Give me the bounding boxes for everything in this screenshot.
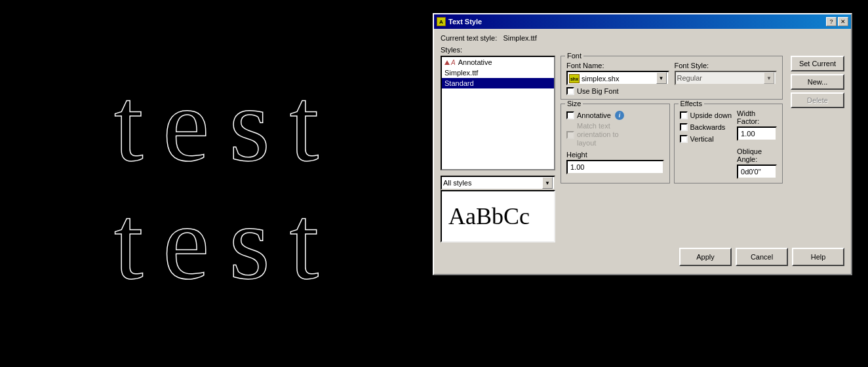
font-name-row: shx simplex.shx	[569, 74, 619, 83]
style-item-label: Simplex.ttf	[444, 69, 478, 77]
match-orientation-checkbox[interactable]	[566, 131, 574, 139]
use-big-font-checkbox[interactable]	[566, 87, 574, 95]
font-style-label: Font Style:	[675, 62, 778, 69]
styles-panel: A Annotative Simplex.ttf Standard All st…	[441, 56, 555, 242]
font-name-label: Font Name:	[566, 62, 669, 69]
dialog-main: A Annotative Simplex.ttf Standard All st…	[441, 56, 844, 242]
bg-letter: t	[290, 72, 319, 177]
styles-label: Styles:	[441, 46, 844, 54]
width-factor-input[interactable]	[737, 126, 777, 141]
style-item-standard[interactable]: Standard	[442, 78, 554, 88]
right-panel: Font Font Name: shx simplex.shx ▼	[561, 56, 783, 242]
font-name-col: Font Name: shx simplex.shx ▼	[566, 62, 669, 85]
bg-letter: e	[163, 190, 209, 295]
background-text: t e s t t e s t	[0, 0, 433, 367]
bg-letter: t	[114, 72, 143, 177]
title-bar-controls: ? ✕	[826, 17, 848, 26]
style-item-label: Annotative	[458, 58, 492, 66]
filter-dropdown[interactable]: All styles ▼	[441, 176, 555, 190]
current-style-row: Current text style: Simplex.ttf	[441, 34, 844, 42]
filter-value: All styles	[443, 179, 471, 187]
current-style-value: Simplex.ttf	[503, 34, 536, 42]
style-item-annotative[interactable]: A Annotative	[442, 57, 554, 68]
preview-box: AaBbCc	[441, 190, 555, 242]
font-group-label: Font	[565, 52, 583, 60]
shx-icon: shx	[569, 74, 580, 83]
bg-letter: e	[163, 72, 209, 177]
height-label: Height	[566, 151, 664, 159]
style-item-label: Standard	[444, 79, 474, 87]
info-icon: i	[615, 111, 624, 120]
bg-letter: t	[114, 190, 143, 295]
width-factor-label: Width Factor:	[737, 109, 777, 125]
vertical-checkbox[interactable]	[680, 135, 688, 143]
help-button[interactable]: ?	[826, 17, 837, 26]
vertical-row: Vertical	[680, 135, 732, 143]
title-bar-left: A Text Style	[437, 17, 482, 26]
dialog-title: Text Style	[448, 18, 482, 26]
font-style-col: Font Style: Regular ▼	[675, 62, 778, 85]
vertical-label: Vertical	[690, 135, 714, 143]
font-name-select[interactable]: shx simplex.shx ▼	[566, 71, 669, 85]
upside-down-label: Upside down	[690, 111, 732, 119]
annotative-row: Annotative i	[566, 111, 664, 120]
upside-down-checkbox[interactable]	[680, 111, 688, 119]
backwards-row: Backwards	[680, 123, 732, 131]
filter-dropdown-arrow: ▼	[542, 177, 553, 189]
backwards-checkbox[interactable]	[680, 123, 688, 131]
title-bar: A Text Style ? ✕	[434, 14, 851, 29]
backwards-label: Backwards	[690, 123, 726, 131]
bg-letter: t	[290, 190, 319, 295]
dialog-body: Current text style: Simplex.ttf Styles: …	[434, 29, 851, 274]
styles-list[interactable]: A Annotative Simplex.ttf Standard	[441, 56, 555, 170]
preview-section: All styles ▼ AaBbCc	[441, 176, 555, 242]
effects-group-label: Effects	[679, 100, 704, 107]
preview-text: AaBbCc	[448, 203, 530, 230]
style-item-simplex[interactable]: Simplex.ttf	[442, 68, 554, 78]
effects-group: Effects Upside down Backwards	[674, 104, 783, 184]
triangle-icon	[444, 60, 450, 65]
cancel-button[interactable]: Cancel	[736, 248, 788, 266]
effects-split: Upside down Backwards Vertical	[680, 109, 778, 179]
font-style-value: Regular	[677, 74, 703, 82]
annotative-icon: A	[444, 59, 456, 66]
close-button[interactable]: ✕	[838, 17, 848, 26]
size-effects-row: Size Annotative i Match text orientation…	[561, 104, 783, 184]
use-big-font-label: Use Big Font	[577, 87, 619, 95]
bg-text-row-1: t e s t	[114, 72, 319, 177]
match-orientation-label: Match text orientation to layout	[577, 122, 636, 148]
match-orientation-row: Match text orientation to layout	[566, 122, 664, 148]
font-style-arrow: ▼	[764, 72, 774, 84]
font-group: Font Font Name: shx simplex.shx ▼	[561, 56, 783, 100]
upside-down-row: Upside down	[680, 111, 732, 119]
new-button[interactable]: New...	[791, 74, 844, 90]
bottom-buttons: Apply Cancel Help	[441, 248, 844, 269]
size-group-label: Size	[565, 100, 583, 107]
font-name-arrow: ▼	[656, 72, 667, 84]
delete-button[interactable]: Delete	[791, 92, 844, 108]
set-current-button[interactable]: Set Current	[791, 56, 844, 71]
text-style-dialog: A Text Style ? ✕ Current text style: Sim…	[433, 13, 852, 275]
height-row: Height	[566, 151, 664, 174]
oblique-angle-input[interactable]	[737, 164, 777, 179]
font-grid: Font Name: shx simplex.shx ▼ Font Style:	[566, 62, 777, 85]
annotative-checkbox[interactable]	[566, 111, 574, 119]
dialog-icon: A	[437, 17, 446, 26]
height-col: Height	[566, 151, 664, 174]
font-style-select[interactable]: Regular ▼	[675, 71, 778, 85]
current-style-label: Current text style:	[441, 34, 497, 42]
use-big-font-row: Use Big Font	[566, 87, 777, 95]
height-input[interactable]	[566, 160, 664, 174]
bg-text-row-2: t e s t	[114, 190, 319, 295]
help-bottom-button[interactable]: Help	[792, 248, 844, 266]
size-group: Size Annotative i Match text orientation…	[561, 104, 670, 184]
size-inner: Annotative i Match text orientation to l…	[566, 111, 664, 174]
font-name-value: simplex.shx	[582, 75, 619, 83]
apply-button[interactable]: Apply	[679, 248, 732, 266]
effects-right-col: Width Factor: Oblique Angle:	[737, 109, 777, 179]
annotative-label: Annotative	[577, 111, 611, 119]
bg-letter: s	[229, 72, 269, 177]
effects-left-col: Upside down Backwards Vertical	[680, 109, 732, 179]
right-buttons: Set Current New... Delete	[791, 56, 844, 242]
bg-letter: s	[229, 190, 269, 295]
